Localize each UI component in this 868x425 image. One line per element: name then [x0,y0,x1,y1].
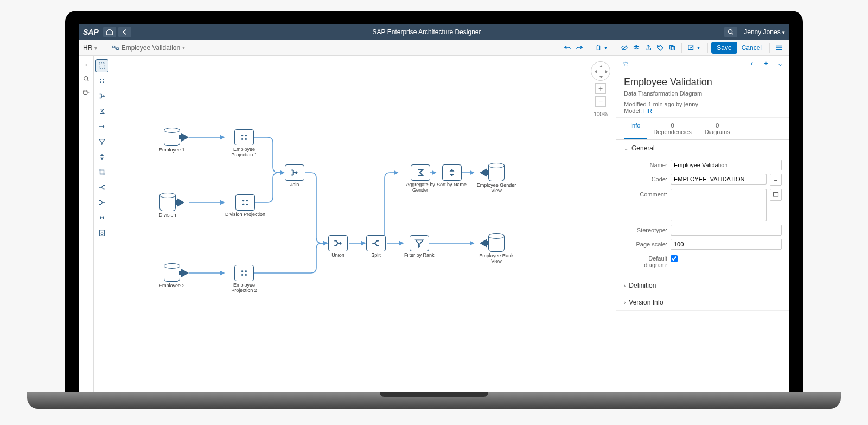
tag-button[interactable] [654,42,666,54]
sap-logo: SAP [83,28,99,36]
save-button[interactable]: Save [711,42,737,54]
palette-filter[interactable] [95,135,108,148]
panel-title: Employee Validation [624,77,782,88]
back-button[interactable] [118,27,131,37]
app-title: SAP Enterprise Architecture Designer [133,28,720,36]
palette-join[interactable] [95,90,108,103]
prev-button[interactable]: ‹ [747,60,757,67]
comment-field[interactable] [671,189,767,221]
svg-point-13 [100,81,101,83]
tab-diagrams[interactable]: 0Diagrams [698,118,737,139]
menu-button[interactable] [773,42,785,54]
defaultdiagram-checkbox[interactable] [671,255,678,262]
visibility-button[interactable] [618,42,630,54]
palette-aggregate[interactable] [95,105,108,118]
zoom-percent: 100% [593,111,608,117]
svg-point-23 [242,204,244,205]
svg-rect-1 [112,46,114,48]
validate-button[interactable] [685,42,697,54]
node-division-source[interactable]: Division [159,193,176,218]
code-label: Code: [624,174,667,182]
tab-dependencies[interactable]: 0Dependencies [647,118,698,139]
pan-wheel[interactable] [591,61,610,81]
svg-point-8 [84,77,87,80]
export-button[interactable] [642,42,654,54]
section-general-header[interactable]: ⌄General [616,140,789,156]
node-emp-projection-2[interactable]: Employee Projection 2 [225,265,263,294]
palette-output[interactable] [95,226,108,239]
favorite-button[interactable]: ☆ [621,60,630,67]
add-button[interactable]: + [761,60,771,67]
connectors [110,56,616,392]
app-header: SAP SAP Enterprise Architecture Designer… [79,24,789,40]
svg-point-22 [246,200,248,201]
palette-split[interactable] [95,181,108,194]
palette-link[interactable] [95,211,108,224]
section-version-header[interactable]: ›Version Info [616,294,789,310]
expand-button[interactable]: ⌄ [775,60,785,67]
palette-select[interactable] [95,59,108,72]
modified-info: Modified 1 min ago by jenny [624,101,782,107]
node-emp-projection-1[interactable]: Employee Projection 1 [225,129,263,158]
stereotype-label: Stereotype: [624,225,667,233]
comment-expand-button[interactable] [770,189,782,201]
redo-button[interactable] [573,42,585,54]
code-sync-button[interactable]: = [770,174,782,186]
node-aggregate-gender[interactable]: Aggregate by Gender [399,164,442,193]
palette-sort[interactable] [95,150,108,163]
svg-rect-7 [688,45,693,49]
code-field[interactable] [671,174,767,185]
svg-point-27 [241,274,243,276]
node-employee2-source[interactable]: Employee 2 [159,263,185,289]
node-gender-view[interactable]: Employee Gender View [475,163,518,194]
pagescale-label: Page scale: [624,239,667,248]
svg-point-12 [103,79,104,80]
diagram-canvas[interactable]: Employee 1 Division Employee 2 Employee … [110,56,616,392]
layers-button[interactable] [630,42,642,54]
breadcrumb-diagram[interactable]: Employee Validation ▾ [112,44,190,52]
copy-button[interactable] [666,42,678,54]
properties-panel: ☆ ‹ + ⌄ Employee Validation Data Transfo… [616,56,789,392]
node-division-projection[interactable]: Division Projection [225,194,265,218]
defaultdiagram-label: Default diagram: [624,253,667,268]
left-rail: › [79,56,94,392]
comment-label: Comment: [624,189,667,198]
svg-rect-29 [774,193,778,197]
node-filter-rank[interactable]: Filter by Rank [404,235,435,258]
collapse-left-button[interactable]: › [81,59,92,70]
undo-button[interactable] [561,42,573,54]
name-field[interactable] [671,160,782,170]
svg-point-28 [245,274,247,276]
node-rank-view[interactable]: Employee Rank View [475,233,518,264]
search-tool[interactable] [81,73,92,84]
palette-projection[interactable] [95,74,108,87]
palette-union[interactable] [95,196,108,209]
breadcrumb-context[interactable]: HR ▾ [83,44,101,52]
svg-point-14 [103,81,104,83]
palette-connector[interactable] [95,120,108,133]
node-sort-name[interactable]: Sort by Name [437,164,467,188]
zoom-in-button[interactable]: + [595,83,606,94]
delete-button[interactable] [592,42,604,54]
home-button[interactable] [103,27,116,37]
zoom-out-button[interactable]: − [595,96,606,107]
model-link[interactable]: HR [643,107,652,114]
svg-rect-10 [99,63,105,69]
node-join[interactable]: Join [285,164,304,188]
panel-subtitle: Data Transformation Diagram [624,90,782,97]
pagescale-field[interactable] [671,239,782,250]
node-union[interactable]: Union [328,235,348,258]
user-menu[interactable]: Jenny Jones ▾ [744,28,785,36]
global-search-button[interactable] [724,27,737,37]
name-label: Name: [624,160,667,168]
section-definition-header[interactable]: ›Definition [616,277,789,294]
datasource-tool[interactable] [81,87,92,98]
node-split[interactable]: Split [366,235,386,258]
stereotype-field[interactable] [671,225,782,236]
tab-info[interactable]: Info [624,118,647,139]
svg-point-19 [241,138,243,140]
node-employee1-source[interactable]: Employee 1 [159,128,185,153]
palette-crop[interactable] [95,166,108,179]
tool-palette [94,56,110,392]
cancel-button[interactable]: Cancel [737,42,766,54]
